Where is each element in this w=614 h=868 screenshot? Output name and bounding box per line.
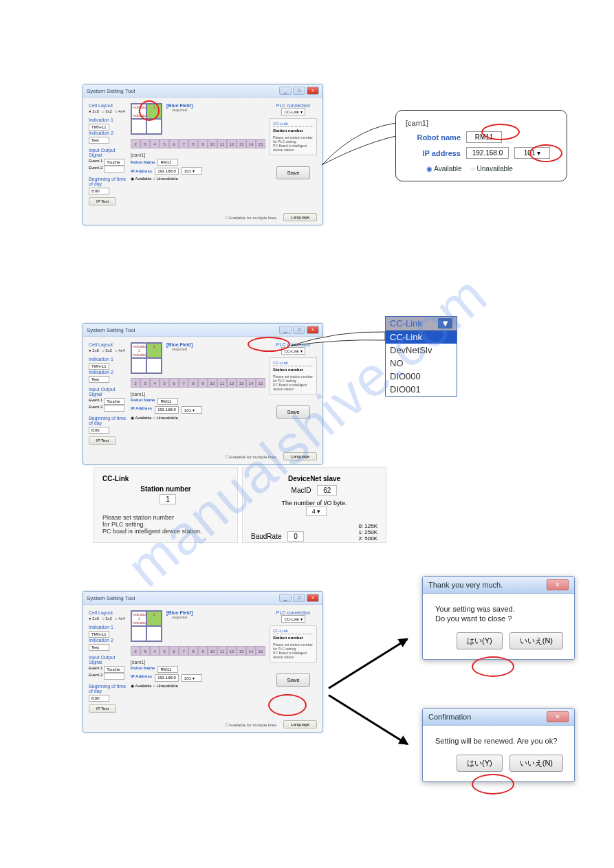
grid-cell-4[interactable] xyxy=(146,626,162,641)
layout-2x5[interactable]: 2x5 xyxy=(89,348,99,353)
layout-2x5[interactable]: 2x5 xyxy=(89,616,99,621)
num-8[interactable]: 8 xyxy=(188,139,198,148)
ip-octet-select[interactable]: 101 ▾ xyxy=(182,674,202,682)
grid-cell-1[interactable]: Indication 1Indication 2 xyxy=(131,343,146,358)
save-button[interactable]: Save xyxy=(276,405,309,419)
num-3[interactable]: 3 xyxy=(140,139,150,148)
num-11[interactable]: 11 xyxy=(217,139,227,148)
layout-3x2[interactable]: 3x2 xyxy=(102,616,112,621)
layout-radios[interactable]: 2x5 3x2 4x4 xyxy=(89,109,127,113)
multi-lines-check[interactable]: Available for multiple lines xyxy=(225,722,277,727)
station-number-value[interactable]: 1 xyxy=(160,494,176,504)
grid-cell-3[interactable] xyxy=(131,119,146,134)
num-13[interactable]: 13 xyxy=(237,646,246,656)
callout-available-radio[interactable]: Available xyxy=(426,165,462,173)
multi-lines-check[interactable]: Available for multiple lines xyxy=(225,215,277,220)
save-button[interactable]: Save xyxy=(276,674,309,687)
close-button[interactable]: × xyxy=(307,87,319,95)
num-7[interactable]: 7 xyxy=(179,139,188,148)
grid-cell-4[interactable] xyxy=(146,358,162,373)
num-15[interactable]: 15 xyxy=(256,139,265,148)
num-6[interactable]: 6 xyxy=(169,378,179,388)
save-button[interactable]: Save xyxy=(276,166,309,179)
num-15[interactable]: 15 xyxy=(256,646,265,656)
indication2-input[interactable]: Test xyxy=(89,644,109,651)
grid-cell-3[interactable] xyxy=(131,626,146,641)
layout-radios[interactable]: 2x5 3x2 4x4 xyxy=(89,348,127,353)
ip-octet-select[interactable]: 101 ▾ xyxy=(182,167,202,175)
plc-dropdown-open[interactable]: CC-Link▼ CC-Link DevNetSlv NO DIO000 DIO… xyxy=(385,316,457,397)
unavailable-radio[interactable]: ○ Unavailable xyxy=(153,416,178,420)
num-2[interactable]: 2 xyxy=(131,646,140,656)
num-7[interactable]: 7 xyxy=(179,646,188,656)
num-5[interactable]: 5 xyxy=(160,378,169,388)
unavailable-radio[interactable]: ○ Unavailable xyxy=(153,177,178,181)
layout-3x2[interactable]: 3x2 xyxy=(102,109,112,113)
num-10[interactable]: 10 xyxy=(208,378,217,388)
num-4[interactable]: 4 xyxy=(150,646,160,656)
ip-test-button[interactable]: IP Test xyxy=(89,197,116,205)
minimize-button[interactable]: _ xyxy=(279,87,292,95)
indication1-input[interactable]: TMN-11 xyxy=(89,631,109,638)
macid-value[interactable]: 62 xyxy=(317,485,337,496)
minimize-button[interactable]: _ xyxy=(279,594,292,602)
maximize-button[interactable]: □ xyxy=(293,87,305,95)
num-5[interactable]: 5 xyxy=(160,139,169,148)
availability-radios[interactable]: ◉ Available ○ Unavailable xyxy=(131,176,265,181)
baudrate-value[interactable]: 0 xyxy=(287,531,304,542)
language-button[interactable]: Language xyxy=(283,720,317,728)
num-8[interactable]: 8 xyxy=(188,378,198,388)
num-4[interactable]: 4 xyxy=(150,378,160,388)
unavailable-radio[interactable]: ○ Unavailable xyxy=(153,684,178,688)
layout-4x4[interactable]: 4x4 xyxy=(115,348,125,353)
ip-octet-select[interactable]: 101 ▾ xyxy=(182,406,202,414)
robot-name-input[interactable]: RM11 xyxy=(157,398,178,405)
robot-name-input[interactable]: RM11 xyxy=(157,159,178,166)
dropdown-item-cclink[interactable]: CC-Link xyxy=(386,331,457,344)
num-7[interactable]: 7 xyxy=(179,378,188,388)
layout-grid[interactable]: Indication 1Indication 2 1 xyxy=(131,610,162,642)
dropdown-item-dio001[interactable]: DIO001 xyxy=(386,383,457,396)
layout-4x4[interactable]: 4x4 xyxy=(115,616,125,621)
num-13[interactable]: 13 xyxy=(237,139,246,148)
layout-2x5[interactable]: 2x5 xyxy=(89,109,99,113)
num-5[interactable]: 5 xyxy=(160,646,169,656)
language-button[interactable]: Language xyxy=(283,213,317,221)
ip-address-input[interactable]: 192.168.0 xyxy=(155,674,179,682)
ip-address-input[interactable]: 192.168.0 xyxy=(155,406,179,414)
indication2-input[interactable]: Test xyxy=(89,137,109,144)
num-12[interactable]: 12 xyxy=(227,646,237,656)
num-6[interactable]: 6 xyxy=(169,646,179,656)
num-2[interactable]: 2 xyxy=(131,378,140,388)
maximize-button[interactable]: □ xyxy=(293,594,305,602)
grid-cell-2-active[interactable]: 1 xyxy=(146,611,162,626)
robot-name-input[interactable]: RM11 xyxy=(157,666,178,673)
no-button[interactable]: いいえ(N) xyxy=(509,632,563,649)
num-13[interactable]: 13 xyxy=(237,378,246,388)
layout-radios[interactable]: 2x5 3x2 4x4 xyxy=(89,616,127,621)
dropdown-item-dio000[interactable]: DIO000 xyxy=(386,370,457,383)
yes-button[interactable]: はい(Y) xyxy=(457,632,503,649)
num-8[interactable]: 8 xyxy=(188,646,198,656)
ip-test-button[interactable]: IP Test xyxy=(89,436,116,445)
iobyte-value[interactable]: 4 ▾ xyxy=(306,507,327,516)
yes-button[interactable]: はい(Y) xyxy=(457,755,503,772)
begin-day-input[interactable]: 8:00 xyxy=(89,188,109,194)
callout-robot-name-input[interactable]: RM11 xyxy=(466,131,502,143)
event1-input[interactable]: Touche xyxy=(104,666,124,673)
dropdown-item-devnetslv[interactable]: DevNetSlv xyxy=(386,344,457,357)
num-3[interactable]: 3 xyxy=(140,646,150,656)
layout-grid[interactable]: Indication 1Indication 2 1 xyxy=(131,342,162,374)
indication1-input[interactable]: TMN-11 xyxy=(89,124,109,131)
plc-connection-select[interactable]: CC-Link ▾ xyxy=(281,108,305,115)
event2-input[interactable] xyxy=(104,673,124,680)
available-radio[interactable]: ◉ Available xyxy=(131,416,152,420)
close-button[interactable]: × xyxy=(307,594,319,602)
num-6[interactable]: 6 xyxy=(169,139,179,148)
num-9[interactable]: 9 xyxy=(198,378,208,388)
dialog-close-button[interactable]: ✕ xyxy=(547,579,569,590)
num-10[interactable]: 10 xyxy=(208,139,217,148)
begin-day-input[interactable]: 8:00 xyxy=(89,427,109,434)
available-radio[interactable]: ◉ Available xyxy=(131,177,152,181)
num-14[interactable]: 14 xyxy=(246,646,256,656)
